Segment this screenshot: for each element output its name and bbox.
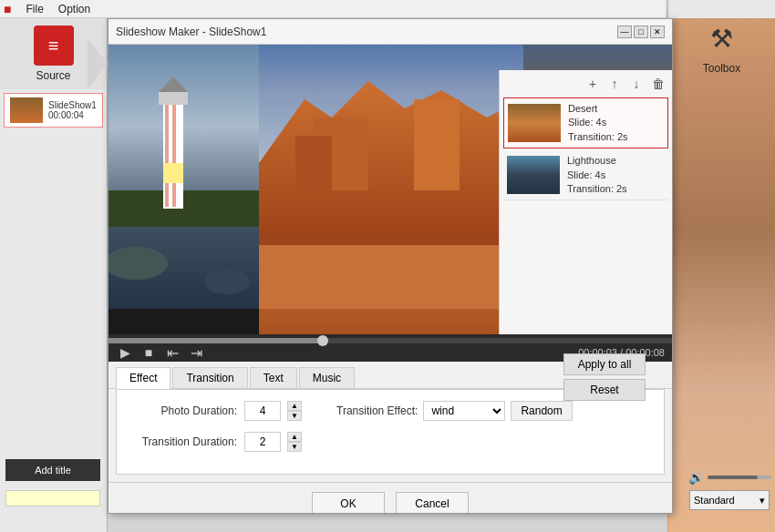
slide-toolbar: + ↑ ↓ 🗑 bbox=[503, 74, 668, 94]
slide-item-lighthouse[interactable]: Lighthouse Slide: 4s Transition: 2s bbox=[503, 150, 668, 200]
photo-duration-up[interactable]: ▲ bbox=[287, 401, 302, 411]
slide-name-desert: Desert bbox=[568, 102, 628, 116]
main-dialog: Slideshow Maker - SlideShow1 — □ ✕ bbox=[108, 18, 673, 514]
svg-rect-8 bbox=[163, 163, 183, 183]
apply-reset-group: Apply to all Reset bbox=[563, 353, 646, 401]
background-image bbox=[667, 18, 775, 532]
slide-thumb-desert bbox=[508, 104, 561, 142]
tab-text[interactable]: Text bbox=[250, 367, 297, 388]
lighthouse-image bbox=[108, 45, 259, 309]
tab-effect[interactable]: Effect bbox=[116, 367, 170, 389]
source-icon: ≡ bbox=[34, 26, 74, 66]
move-down-button[interactable]: ↓ bbox=[626, 74, 646, 94]
dialog-close-button[interactable]: ✕ bbox=[650, 26, 665, 38]
delete-slide-button[interactable]: 🗑 bbox=[648, 74, 668, 94]
slide-list: + ↑ ↓ 🗑 Desert Slide: 4s Transition: 2s bbox=[499, 70, 672, 360]
transition-duration-input[interactable] bbox=[244, 432, 281, 452]
source-doc-icon: ≡ bbox=[48, 36, 59, 56]
add-slide-button[interactable]: + bbox=[583, 74, 603, 94]
volume-icon[interactable]: 🔊 bbox=[688, 470, 704, 485]
dialog-title: Slideshow Maker - SlideShow1 bbox=[116, 26, 266, 38]
photo-duration-spinner: ▲ ▼ bbox=[287, 401, 302, 421]
svg-rect-16 bbox=[259, 245, 523, 309]
slide-duration-desert: Slide: 4s bbox=[568, 116, 628, 129]
transition-duration-label: Transition Duration: bbox=[128, 435, 237, 448]
volume-slider[interactable] bbox=[708, 476, 771, 479]
photo-duration-label: Photo Duration: bbox=[128, 404, 237, 417]
transition-effect-select[interactable]: wind fade slide bbox=[423, 401, 505, 421]
move-up-button[interactable]: ↑ bbox=[604, 74, 625, 94]
photo-duration-row: Photo Duration: ▲ ▼ Transition Effect: w… bbox=[128, 401, 653, 421]
app-icon: ■ bbox=[4, 2, 11, 16]
slideshow-thumbnail bbox=[10, 97, 43, 123]
menu-file[interactable]: File bbox=[26, 3, 43, 15]
slide-info-desert: Desert Slide: 4s Transition: 2s bbox=[568, 102, 628, 144]
stop-button[interactable]: ■ bbox=[140, 343, 158, 362]
toolbox-wrench-icon: ⚒ bbox=[710, 24, 733, 54]
progress-handle[interactable] bbox=[317, 335, 328, 346]
slideshow-info: SlideShow1 00:00:04 bbox=[48, 100, 97, 120]
tab-transition[interactable]: Transition bbox=[172, 367, 247, 388]
slide-thumb-lighthouse bbox=[507, 156, 560, 194]
slideshow-item[interactable]: SlideShow1 00:00:04 bbox=[4, 93, 103, 128]
dialog-controls: — □ ✕ bbox=[617, 26, 665, 38]
sidebar-text-input[interactable] bbox=[5, 490, 100, 506]
transition-effect-label: Transition Effect: bbox=[336, 404, 418, 417]
slideshow-name: SlideShow1 bbox=[48, 100, 97, 110]
add-title-button[interactable]: Add title bbox=[5, 459, 100, 481]
apply-all-button[interactable]: Apply to all bbox=[563, 353, 646, 375]
slide-item-desert[interactable]: Desert Slide: 4s Transition: 2s bbox=[503, 97, 668, 148]
svg-rect-6 bbox=[159, 92, 188, 105]
random-button[interactable]: Random bbox=[511, 401, 572, 421]
dialog-maximize-button[interactable]: □ bbox=[634, 26, 648, 38]
svg-rect-0 bbox=[108, 45, 259, 209]
dialog-titlebar: Slideshow Maker - SlideShow1 — □ ✕ bbox=[108, 19, 672, 45]
svg-rect-15 bbox=[295, 136, 332, 190]
volume-area: 🔊 bbox=[688, 470, 771, 485]
svg-rect-2 bbox=[108, 190, 259, 227]
transition-duration-up[interactable]: ▲ bbox=[287, 432, 302, 442]
svg-rect-14 bbox=[414, 99, 460, 190]
toolbox-label: Toolbox bbox=[703, 62, 740, 75]
effect-content: Photo Duration: ▲ ▼ Transition Effect: w… bbox=[116, 389, 665, 475]
slide-duration-lighthouse: Slide: 4s bbox=[567, 169, 627, 182]
slideshow-duration: 00:00:04 bbox=[48, 110, 97, 120]
slide-transition-desert: Transition: 2s bbox=[568, 130, 628, 144]
progress-bar[interactable] bbox=[108, 338, 672, 343]
dropdown-chevron-icon: ▾ bbox=[760, 495, 765, 506]
source-label: Source bbox=[36, 69, 70, 82]
photo-duration-input[interactable] bbox=[244, 401, 281, 421]
volume-fill bbox=[708, 476, 758, 479]
transition-duration-down[interactable]: ▼ bbox=[287, 442, 302, 452]
effect-panel: Effect Transition Text Music Photo Durat… bbox=[108, 362, 672, 482]
photo-duration-down[interactable]: ▼ bbox=[287, 411, 302, 421]
forward-button[interactable]: ⇥ bbox=[187, 343, 205, 362]
menu-bar: ■ File Option bbox=[0, 0, 666, 18]
dialog-minimize-button[interactable]: — bbox=[617, 26, 632, 38]
transition-effect-group: Transition Effect: wind fade slide Rando… bbox=[336, 401, 573, 421]
progress-fill bbox=[108, 338, 323, 343]
tab-music[interactable]: Music bbox=[299, 367, 355, 388]
video-left-panel bbox=[108, 45, 259, 309]
cancel-button[interactable]: Cancel bbox=[396, 492, 469, 513]
reset-button[interactable]: Reset bbox=[563, 379, 646, 401]
toolbox-icon: ⚒ bbox=[702, 18, 742, 58]
play-button[interactable]: ▶ bbox=[116, 343, 134, 362]
menu-option[interactable]: Option bbox=[58, 3, 90, 15]
source-arrow bbox=[88, 38, 108, 89]
standard-value: Standard bbox=[694, 495, 735, 506]
desert-image bbox=[259, 45, 523, 309]
transition-duration-row: Transition Duration: ▲ ▼ bbox=[128, 432, 653, 452]
slide-name-lighthouse: Lighthouse bbox=[567, 154, 627, 168]
svg-rect-5 bbox=[172, 101, 176, 207]
svg-rect-4 bbox=[165, 101, 169, 207]
toolbox-panel: ⚒ Toolbox 🔊 Standard ▾ bbox=[667, 0, 775, 532]
ok-button[interactable]: OK bbox=[312, 492, 385, 513]
slide-info-lighthouse: Lighthouse Slide: 4s Transition: 2s bbox=[567, 154, 627, 196]
dialog-footer: OK Cancel bbox=[108, 482, 672, 513]
svg-point-10 bbox=[204, 269, 250, 294]
standard-dropdown[interactable]: Standard ▾ bbox=[689, 490, 770, 510]
rewind-button[interactable]: ⇤ bbox=[163, 343, 181, 362]
transition-duration-spinner: ▲ ▼ bbox=[287, 432, 302, 452]
slide-transition-lighthouse: Transition: 2s bbox=[567, 182, 627, 196]
